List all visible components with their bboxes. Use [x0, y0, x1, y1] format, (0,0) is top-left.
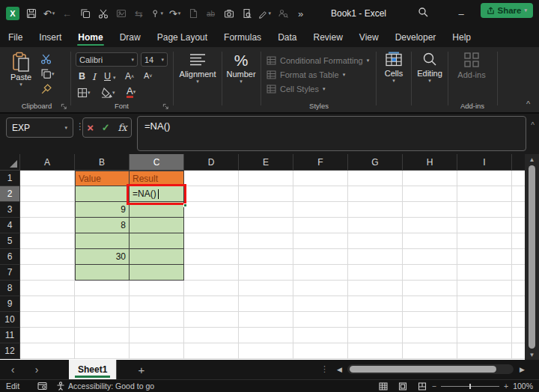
cell-F12[interactable] — [293, 343, 348, 359]
clipboard-dialog-launcher[interactable] — [61, 103, 67, 110]
tab-help[interactable]: Help — [444, 27, 479, 47]
cell-B7[interactable] — [75, 265, 130, 281]
cell-A1[interactable] — [20, 171, 75, 186]
cell-C9[interactable] — [130, 296, 184, 312]
styles-item-conditional-formatting[interactable]: Conditional Formatting▾ — [267, 53, 369, 67]
cell-A2[interactable] — [20, 186, 75, 202]
cell-A5[interactable] — [20, 233, 75, 249]
vertical-scrollbar-thumb[interactable] — [529, 165, 535, 349]
cell-B12[interactable] — [75, 343, 130, 359]
cell-B1[interactable]: Value — [75, 171, 130, 186]
tab-home[interactable]: Home — [70, 27, 111, 47]
cell-B9[interactable] — [75, 296, 130, 312]
tab-insert[interactable]: Insert — [31, 27, 70, 47]
column-header-G[interactable]: G — [348, 154, 403, 171]
column-header-I[interactable]: I — [457, 154, 512, 171]
cell-E7[interactable] — [239, 265, 293, 281]
cell-C5[interactable] — [130, 233, 184, 249]
cell-I6[interactable] — [457, 249, 512, 265]
cell-G1[interactable] — [348, 171, 403, 186]
cell-A3[interactable] — [20, 202, 75, 218]
accessibility-icon[interactable] — [56, 382, 65, 391]
underline-button[interactable]: U — [104, 71, 111, 82]
cell-H5[interactable] — [403, 233, 457, 249]
scroll-down-icon[interactable]: ▼ — [529, 349, 535, 360]
cell-D6[interactable] — [184, 249, 239, 265]
cell-H6[interactable] — [403, 249, 457, 265]
cell-H12[interactable] — [403, 343, 457, 359]
bold-button[interactable]: B — [79, 71, 85, 82]
cell-D2[interactable] — [184, 186, 239, 202]
minimize-button[interactable]: ‒ — [446, 0, 476, 27]
cell-D7[interactable] — [184, 265, 239, 281]
cell-B3[interactable]: 9 — [75, 202, 130, 218]
cell-B11[interactable] — [75, 328, 130, 343]
cell-H1[interactable] — [403, 171, 457, 186]
cell-I1[interactable] — [457, 171, 512, 186]
page-layout-view-icon[interactable] — [398, 382, 407, 391]
increase-font-button[interactable]: A˄ — [125, 71, 134, 82]
styles-item-format-as-table[interactable]: Format as Table▾ — [267, 67, 369, 82]
share-button[interactable]: Share ▾ — [481, 3, 533, 18]
cell-E12[interactable] — [239, 343, 293, 359]
zoom-out-icon[interactable]: − — [432, 382, 436, 391]
cell-I8[interactable] — [457, 281, 512, 296]
search-icon[interactable] — [418, 7, 428, 17]
cancel-icon[interactable]: × — [87, 121, 94, 134]
name-box[interactable]: EXP ▾ — [6, 117, 73, 138]
add-sheet-button[interactable]: + — [132, 360, 151, 379]
camera-icon[interactable] — [222, 7, 235, 20]
collapse-formula-bar-icon[interactable]: ^ — [531, 121, 535, 129]
sheet-tab-sheet1[interactable]: Sheet1 — [69, 360, 117, 379]
excel-logo[interactable]: X — [6, 7, 19, 20]
cell-C1[interactable]: Result — [130, 171, 184, 186]
cell-E2[interactable] — [239, 186, 293, 202]
tab-page-layout[interactable]: Page Layout — [149, 27, 216, 47]
row-header-10[interactable]: 10 — [0, 312, 20, 328]
cell-E3[interactable] — [239, 202, 293, 218]
cut-icon[interactable] — [97, 7, 109, 20]
horizontal-scrollbar-thumb[interactable] — [350, 366, 496, 373]
row-header-4[interactable]: 4 — [0, 218, 20, 233]
cells-button[interactable]: Cells ▾ — [380, 52, 408, 84]
select-all-corner[interactable] — [0, 154, 20, 171]
cell-I12[interactable] — [457, 343, 512, 359]
horizontal-scrollbar[interactable] — [347, 364, 514, 374]
column-header-B[interactable]: B — [75, 154, 130, 171]
column-header-D[interactable]: D — [184, 154, 239, 171]
cell-G11[interactable] — [348, 328, 403, 343]
scrollbar-resize-handle[interactable]: ⋮ — [320, 364, 329, 374]
cell-A7[interactable] — [20, 265, 75, 281]
scroll-up-icon[interactable]: ▲ — [529, 154, 535, 165]
macro-record-icon[interactable] — [37, 382, 47, 391]
cell-A9[interactable] — [20, 296, 75, 312]
cell-G6[interactable] — [348, 249, 403, 265]
column-header-F[interactable]: F — [293, 154, 348, 171]
italic-button[interactable]: I — [92, 71, 96, 82]
normal-view-icon[interactable] — [379, 382, 388, 391]
font-dialog-launcher[interactable] — [162, 103, 169, 110]
cell-G2[interactable] — [348, 186, 403, 202]
tab-draw[interactable]: Draw — [112, 27, 149, 47]
collapse-ribbon-icon[interactable]: ^ — [526, 99, 530, 108]
format-painter-button[interactable] — [40, 84, 52, 95]
accessibility-status[interactable]: Accessibility: Good to go — [68, 382, 154, 391]
cell-C8[interactable] — [130, 281, 184, 296]
underline-dropdown[interactable]: ▾ — [113, 75, 116, 81]
cell-B2[interactable] — [75, 186, 130, 202]
cell-E4[interactable] — [239, 218, 293, 233]
borders-button[interactable]: ▾ — [77, 88, 91, 98]
decrease-font-button[interactable]: A˅ — [144, 71, 152, 80]
more-commands-icon[interactable]: » — [294, 7, 307, 20]
undo-icon[interactable]: ↶▾ — [43, 7, 55, 20]
cell-F4[interactable] — [293, 218, 348, 233]
column-header-C[interactable]: C — [130, 154, 184, 171]
cell-D5[interactable] — [184, 233, 239, 249]
row-header-5[interactable]: 5 — [0, 233, 20, 249]
cell-E10[interactable] — [239, 312, 293, 328]
formula-input[interactable]: =NA() — [137, 116, 526, 151]
cell-C3[interactable] — [130, 202, 184, 218]
cell-G10[interactable] — [348, 312, 403, 328]
previous-sheet-icon[interactable]: ‹ — [3, 360, 22, 379]
row-header-3[interactable]: 3 — [0, 202, 20, 218]
